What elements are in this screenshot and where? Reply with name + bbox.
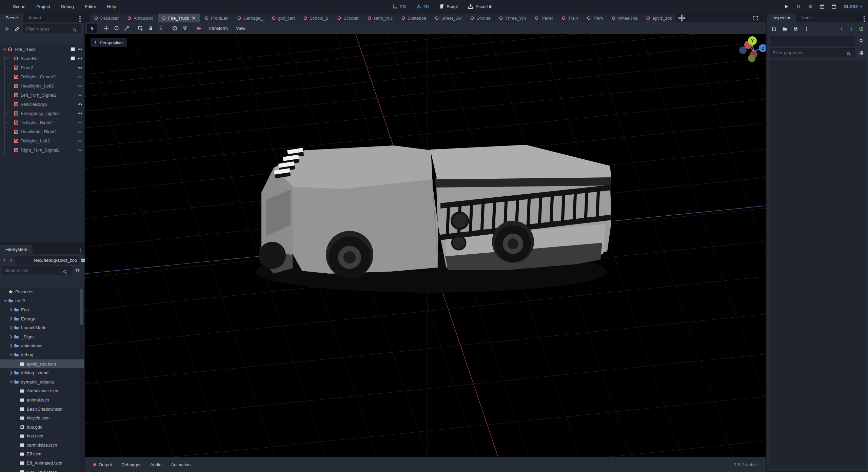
axis-gizmo[interactable]: Y Z: [739, 36, 766, 62]
filesystem-menu-icon[interactable]: [76, 247, 84, 254]
fs-item-energy[interactable]: Energy: [0, 314, 84, 323]
scene-tab-fire_truck[interactable]: Fire_Truck: [158, 14, 200, 22]
fs-item-_signs[interactable]: _Signs: [0, 332, 84, 341]
visibility-toggle-eye-open[interactable]: [76, 46, 84, 53]
menu-help[interactable]: Help: [103, 2, 120, 11]
scene-tab-street_sw[interactable]: Street_Sw: [431, 14, 466, 22]
scene-tab-three_wh[interactable]: Three_Wh: [495, 14, 530, 22]
inspector-dock-tab-inspector[interactable]: Inspector: [767, 14, 796, 22]
fs-item-bus.gdc[interactable]: bus.gdc: [0, 422, 84, 432]
scene-node-taillights_right2[interactable]: Taillights_Right2: [0, 118, 84, 127]
expander-right-icon[interactable]: [8, 334, 14, 339]
menu-project[interactable]: Project: [32, 2, 54, 11]
perspective-menu-button[interactable]: Perspective: [91, 38, 127, 47]
fs-item-bus.tscn[interactable]: bus.tscn: [0, 432, 84, 441]
scene-tab-skateboa[interactable]: Skateboa: [397, 14, 431, 22]
scene-tab-stroller[interactable]: Stroller: [466, 14, 495, 22]
scene-tab-frontlan[interactable]: FrontLan: [200, 14, 233, 22]
current-path-field[interactable]: [15, 256, 79, 264]
snap-toggle[interactable]: [180, 24, 190, 33]
visibility-toggle-eye-open[interactable]: [76, 55, 84, 62]
scene-dock-tab-scene[interactable]: Scene: [0, 14, 23, 22]
bottom-panel-audio[interactable]: Audio: [145, 460, 166, 469]
scene-node-right_turn_signal2[interactable]: Right_Turn_Signal2: [0, 145, 84, 155]
menu-editor[interactable]: Editor: [81, 2, 100, 11]
visibility-toggle-eye-closed[interactable]: [76, 137, 84, 145]
scene-node-scaleref[interactable]: ScaleRef: [0, 54, 84, 63]
mode-button-3d[interactable]: 3D: [413, 2, 432, 11]
history-back-button[interactable]: [838, 25, 845, 33]
fs-item-ambulance.tscn[interactable]: Ambulance.tscn: [0, 387, 84, 396]
menu-debug[interactable]: Debug: [57, 2, 78, 11]
visibility-toggle-eye-closed[interactable]: [76, 92, 84, 99]
scene-tab-garbage_[interactable]: Garbage_: [233, 14, 268, 22]
scene-tab-semi_truc[interactable]: semi_truc: [363, 14, 397, 22]
fs-item-ego[interactable]: Ego: [0, 305, 84, 314]
history-forward-button[interactable]: [848, 25, 854, 33]
scene-tab-scooter[interactable]: Scooter: [333, 14, 363, 22]
expander-right-icon[interactable]: [8, 325, 14, 331]
add-node-button[interactable]: [3, 25, 11, 33]
scene-node-emergency_lights2[interactable]: Emergency_Lights2: [0, 109, 84, 118]
rotate-tool[interactable]: [111, 24, 121, 33]
open-instanced-scene-button[interactable]: [69, 55, 76, 62]
expander-down-icon[interactable]: [3, 298, 8, 303]
move-tool[interactable]: [101, 24, 111, 33]
select-tool[interactable]: [87, 24, 97, 33]
mode-button-script[interactable]: Script: [436, 2, 460, 11]
expander-right-icon[interactable]: [8, 316, 14, 321]
scene-node-vehiclebody2[interactable]: VehicleBody2: [0, 100, 84, 109]
scale-tool[interactable]: [121, 24, 132, 33]
visibility-toggle-eye-closed[interactable]: [76, 119, 84, 126]
expander-down-icon[interactable]: [8, 352, 14, 357]
filter-properties-input[interactable]: [770, 48, 855, 57]
play-scene-button[interactable]: [817, 2, 826, 11]
play-button[interactable]: [782, 2, 791, 11]
visibility-toggle-eye-open[interactable]: [76, 110, 84, 117]
scene-tab-apviz_zoo[interactable]: apviz_zoo: [642, 14, 677, 22]
scene-node-taillights_center2[interactable]: Taillights_Center2: [0, 72, 84, 81]
scene-tab-trailer[interactable]: Trailer: [530, 14, 557, 22]
expander-down-icon[interactable]: [2, 47, 7, 52]
fs-item-animal.tscn[interactable]: animal.tscn: [0, 395, 84, 405]
bottom-panel-debugger[interactable]: Debugger: [117, 460, 145, 469]
fs-item-dymanic_objects[interactable]: dymanic_objects: [0, 377, 84, 387]
fs-item-elf.tscn[interactable]: Elf.tscn: [0, 450, 84, 459]
camera-preview-toggle[interactable]: [194, 24, 204, 33]
new-scene-tab-button[interactable]: [677, 14, 687, 22]
expander-right-icon[interactable]: [8, 343, 14, 349]
instance-scene-button[interactable]: [13, 25, 21, 33]
open-instanced-scene-button[interactable]: [69, 46, 76, 53]
visibility-toggle-eye-closed[interactable]: [76, 146, 84, 154]
expander-down-icon[interactable]: [8, 379, 14, 385]
new-resource-button[interactable]: [770, 25, 778, 33]
stop-button[interactable]: [806, 2, 814, 11]
fs-item-basicshadow.tscn[interactable]: BasicShadow.tscn: [0, 405, 84, 414]
fs-item-fire_truck.tscn[interactable]: Fire_Truck.tscn: [0, 468, 84, 472]
visibility-toggle-eye-closed[interactable]: [76, 128, 84, 136]
scene-tab-visualizer[interactable]: visualizer: [90, 14, 123, 22]
fs-item-apviz_zoo.tscn[interactable]: apviz_zoo.tscn: [0, 359, 84, 369]
scene-dock-menu-icon[interactable]: [76, 15, 84, 22]
scene-node-floor2[interactable]: Floor2: [0, 63, 84, 72]
object-history-button[interactable]: [857, 25, 865, 33]
group-selected-button[interactable]: [170, 24, 180, 33]
search-files-input[interactable]: [2, 266, 72, 275]
scene-tab-school_b[interactable]: School_B: [299, 14, 333, 22]
menu-scene[interactable]: Scene: [9, 2, 29, 11]
fs-item-elf_animated.tscn[interactable]: Elf_Animated.tscn: [0, 458, 84, 468]
scene-tab-ambulanc[interactable]: Ambulanc: [123, 14, 158, 22]
fs-item-animations[interactable]: animations: [0, 341, 84, 351]
viewport-menu-transform[interactable]: Transform: [204, 24, 232, 33]
scene-tab-train[interactable]: Train: [557, 14, 582, 22]
unlock-selected-button[interactable]: [156, 24, 166, 33]
visibility-toggle-eye-closed[interactable]: [76, 82, 84, 90]
mode-button-2d[interactable]: 2D: [390, 2, 409, 11]
scene-node-taillights_left2[interactable]: Taillights_Left2: [0, 136, 84, 145]
viewport-menu-view[interactable]: View: [232, 24, 250, 33]
scene-tab-wheelcha[interactable]: Wheelcha: [607, 14, 642, 22]
scene-node-headlights_right2[interactable]: Headlights_Right2: [0, 127, 84, 136]
load-resource-button[interactable]: [781, 25, 789, 33]
visibility-toggle-eye-open[interactable]: [76, 101, 84, 108]
viewport-canvas[interactable]: Y Z Perspective: [85, 34, 766, 457]
